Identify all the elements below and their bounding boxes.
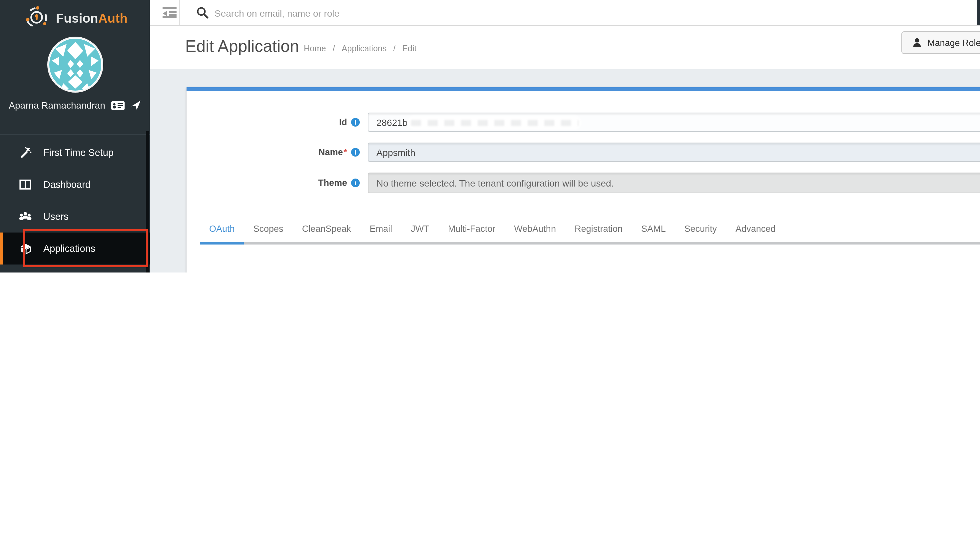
fusionauth-logo[interactable]: FusionAuth: [25, 6, 127, 31]
sidebar-item-label: Applications: [43, 243, 95, 254]
fusionauth-admin: FusionAuth Aparna Ramac: [0, 0, 980, 272]
page-title: Edit Application: [185, 37, 299, 56]
tab-jwt[interactable]: JWT: [401, 219, 439, 242]
search-input[interactable]: [213, 3, 549, 24]
tab-saml[interactable]: SAML: [632, 219, 675, 242]
topbar-divider: [179, 0, 180, 25]
columns-icon: [19, 178, 32, 191]
tab-cleanspeak[interactable]: CleanSpeak: [293, 219, 360, 242]
top-bar: [150, 0, 980, 26]
manage-roles-label: Manage Roles: [928, 38, 980, 48]
breadcrumb-edit: Edit: [402, 44, 416, 53]
tab-scopes[interactable]: Scopes: [244, 219, 293, 242]
user-name: Aparna Ramachandran: [9, 100, 105, 111]
tab-registration[interactable]: Registration: [565, 219, 632, 242]
magic-wand-icon: [19, 146, 32, 159]
card-accent-bar: [186, 87, 980, 91]
manage-roles-button[interactable]: Manage Roles: [901, 31, 980, 54]
tab-webauthn[interactable]: WebAuthn: [505, 219, 565, 242]
breadcrumb-separator: /: [333, 44, 335, 53]
theme-field: No theme selected. The tenant configurat…: [368, 172, 980, 193]
content-area: Idi 28621b Name* i Appsmith: [150, 69, 980, 272]
info-icon[interactable]: i: [351, 118, 360, 127]
application-form-card: Idi 28621b Name* i Appsmith: [186, 87, 980, 272]
id-card-icon[interactable]: [111, 100, 124, 110]
user-avatar[interactable]: [49, 38, 102, 91]
tab-multi-factor[interactable]: Multi-Factor: [439, 219, 505, 242]
user-icon: [913, 38, 921, 47]
field-row-name: Name* i Appsmith: [186, 143, 980, 162]
info-icon[interactable]: i: [351, 178, 360, 187]
sidebar-item-users[interactable]: Users: [0, 201, 150, 233]
id-field[interactable]: 28621b: [368, 113, 980, 132]
location-arrow-icon[interactable]: [130, 100, 141, 111]
main-area: Edit Application Home / Applications / E…: [150, 0, 980, 272]
sidebar-nav: First Time Setup Dashboard: [0, 134, 150, 272]
idp-note: Once you have saved your Application, yo…: [207, 272, 940, 272]
tab-security[interactable]: Security: [675, 219, 727, 242]
breadcrumb-separator: /: [393, 44, 395, 53]
field-label: Themei: [186, 172, 360, 193]
tab-oauth[interactable]: OAuth: [200, 219, 244, 242]
breadcrumb-applications[interactable]: Applications: [342, 44, 387, 53]
users-icon: [19, 210, 32, 223]
field-row-id: Idi 28621b: [186, 113, 980, 132]
breadcrumb-home[interactable]: Home: [304, 44, 326, 53]
field-label: Name* i: [186, 143, 360, 162]
cube-icon: [19, 242, 32, 255]
sidebar-item-label: Users: [43, 211, 68, 222]
breadcrumb: Home / Applications / Edit: [304, 44, 417, 53]
sidebar: FusionAuth Aparna Ramac: [0, 0, 150, 272]
top-right-sliver: [977, 0, 980, 25]
info-icon[interactable]: i: [351, 148, 360, 156]
tab-advanced[interactable]: Advanced: [726, 219, 785, 242]
redaction-smudge: [407, 115, 582, 130]
sidebar-scrollbar[interactable]: [146, 131, 149, 272]
sidebar-item-dashboard[interactable]: Dashboard: [0, 169, 150, 201]
sidebar-item-label: First Time Setup: [43, 147, 114, 158]
oauth-tabs: OAuth Scopes CleanSpeak Email JWT Multi-…: [200, 219, 980, 244]
user-row: Aparna Ramachandran: [0, 100, 150, 111]
name-field[interactable]: Appsmith: [368, 143, 980, 162]
fusionauth-logo-text: FusionAuth: [56, 11, 127, 26]
required-marker: *: [344, 147, 347, 157]
field-label: Idi: [186, 113, 360, 132]
sidebar-item-applications[interactable]: Applications: [0, 233, 150, 265]
sidebar-item-first-time-setup[interactable]: First Time Setup: [0, 137, 150, 169]
fusionauth-logo-icon: [25, 6, 48, 31]
page-header: Edit Application Home / Applications / E…: [150, 26, 980, 69]
tab-email[interactable]: Email: [360, 219, 402, 242]
collapse-sidebar-icon[interactable]: [162, 7, 177, 21]
sidebar-item-groups[interactable]: Groups: [0, 265, 150, 272]
search-icon: [197, 7, 208, 21]
sidebar-item-label: Dashboard: [43, 179, 91, 190]
